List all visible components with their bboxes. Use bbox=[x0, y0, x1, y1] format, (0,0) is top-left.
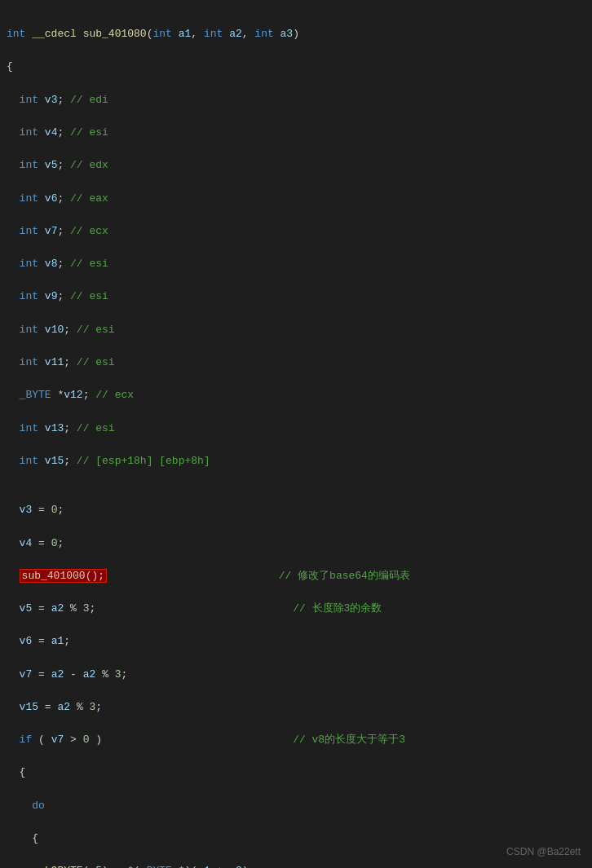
code-content: int __cdecl sub_401080(int a1, int a2, i… bbox=[0, 7, 592, 868]
watermark-text: CSDN @Ba22ett bbox=[506, 844, 581, 860]
